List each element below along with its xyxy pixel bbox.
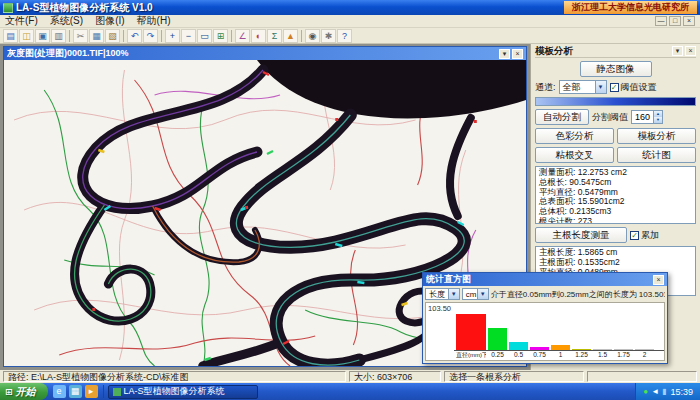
spinner-down-icon[interactable]: ▼	[654, 117, 662, 123]
status-image-size: 大小: 603×706	[349, 371, 441, 382]
chevron-down-icon[interactable]: ▼	[595, 81, 606, 93]
channel-label: 通道:	[535, 81, 556, 94]
measure-icon[interactable]: ∠	[235, 29, 250, 43]
histogram-bar	[456, 314, 486, 350]
new-icon[interactable]: ▤	[3, 29, 18, 43]
threshold-checkbox[interactable]: ✓ 阈值设置	[610, 81, 657, 94]
spinner-arrows[interactable]: ▲▼	[653, 111, 662, 123]
taskbar-app-label: LA-S型植物图像分析系统	[124, 385, 225, 398]
toolbar-separator	[301, 30, 302, 42]
status-bar: 路径: E:\LA-S型植物图像分析系统-CD\标准图 大小: 603×706 …	[0, 370, 700, 383]
antivirus-tray-icon[interactable]: ●	[643, 388, 648, 396]
histogram-plot: 103.50 直径(mm)下限0.250.50.7511.251.51.752	[425, 302, 665, 361]
save-icon[interactable]: ▣	[35, 29, 50, 43]
undo-icon[interactable]: ↶	[127, 29, 142, 43]
copy-icon[interactable]: ▦	[89, 29, 104, 43]
static-image-button[interactable]: 静态图像	[580, 61, 652, 77]
volume-tray-icon[interactable]: ◄	[651, 388, 659, 396]
root-cross-button[interactable]: 粘根交叉	[535, 147, 614, 163]
media-player-icon[interactable]: ▸	[85, 385, 98, 398]
app-icon	[113, 388, 121, 396]
chevron-down-icon[interactable]: ▼	[477, 289, 488, 299]
x-tick-label: 0.75	[530, 351, 549, 360]
open-icon[interactable]: ◫	[19, 29, 34, 43]
toolbar-separator	[69, 30, 70, 42]
x-axis-title: 直径(mm)下限	[456, 351, 486, 360]
fit-view-icon[interactable]: ▭	[197, 29, 212, 43]
mdi-restore-button[interactable]: □	[669, 16, 681, 26]
image-window-titlebar[interactable]: 灰度图(处理图)0001.TIF|100% ▾ ×	[4, 47, 526, 60]
threshold-gradient-slider[interactable]	[535, 97, 696, 106]
auto-segment-button[interactable]: 自动分割	[535, 109, 589, 125]
mdi-close-button[interactable]: ×	[683, 16, 695, 26]
histogram-window: 统计直方图 × 长度 ▼ cm ▼ 介于直径0.05mm到0.25mm之间的长度…	[422, 272, 668, 364]
toolbar-separator	[161, 30, 162, 42]
color-icon[interactable]: ◐	[251, 29, 266, 43]
taskbar-app-button[interactable]: LA-S型植物图像分析系统	[108, 385, 258, 399]
show-desktop-icon[interactable]: ▦	[69, 385, 82, 398]
main-root-measure-button[interactable]: 主根长度测量	[535, 227, 627, 243]
x-tick-label: 1.5	[593, 351, 612, 360]
chevron-down-icon[interactable]: ▼	[448, 289, 459, 299]
histogram-bars-area: 直径(mm)下限0.250.50.7511.251.51.752	[454, 303, 664, 360]
color-analysis-button[interactable]: 色彩分析	[535, 128, 614, 144]
menu-item[interactable]: 文件(F)	[5, 14, 38, 28]
histogram-close-button[interactable]: ×	[653, 275, 664, 285]
stat-chart-button[interactable]: 统计图	[617, 147, 696, 163]
unit-value: cm	[466, 290, 477, 299]
help-icon[interactable]: ?	[337, 29, 352, 43]
system-tray: ●◄▮ 15:39	[635, 383, 700, 400]
cut-icon[interactable]: ✂	[73, 29, 88, 43]
camera-icon[interactable]: ◉	[305, 29, 320, 43]
status-hint: 选择一条根系分析	[444, 371, 584, 382]
menu-item[interactable]: 图像(I)	[95, 14, 124, 28]
accumulate-checkbox[interactable]: ✓ 累加	[630, 229, 659, 242]
window-title: LA-S型植物图像分析系统 V1.0	[16, 1, 153, 15]
x-tick-label: 1	[551, 351, 570, 360]
chart-icon[interactable]: ▲	[283, 29, 298, 43]
histogram-bar	[572, 349, 591, 350]
histogram-info-text: 介于直径0.05mm到0.25mm之间的长度为 103.5016	[491, 289, 665, 300]
windows-flag-icon: ⊞	[5, 387, 13, 397]
menu-item[interactable]: 系统(S)	[50, 14, 83, 28]
menu-items: 文件(F)系统(S)图像(I)帮助(H)	[5, 14, 170, 28]
grid-icon[interactable]: ⊞	[213, 29, 228, 43]
ie-icon[interactable]: e	[53, 385, 66, 398]
histogram-bars	[454, 304, 664, 351]
histogram-bar	[593, 349, 612, 350]
zoom-out-icon[interactable]: −	[181, 29, 196, 43]
paste-icon[interactable]: ▧	[105, 29, 120, 43]
metric-value: 长度	[429, 289, 445, 300]
print-icon[interactable]: ▥	[51, 29, 66, 43]
clock[interactable]: 15:39	[670, 387, 693, 397]
institution-badge: 浙江理工大学信息光电研究所	[564, 1, 697, 14]
metric-select[interactable]: 长度 ▼	[425, 288, 460, 300]
panel-close-button[interactable]: ×	[685, 46, 696, 56]
image-window-minimize-button[interactable]: ▾	[499, 49, 510, 59]
histogram-x-axis: 直径(mm)下限0.250.50.7511.251.51.752	[454, 351, 664, 360]
zoom-in-icon[interactable]: +	[165, 29, 180, 43]
image-window-close-button[interactable]: ×	[512, 49, 523, 59]
tray-icons: ●◄▮	[643, 388, 666, 396]
mdi-minimize-button[interactable]: —	[655, 16, 667, 26]
template-analysis-button[interactable]: 模板分析	[617, 128, 696, 144]
histogram-titlebar[interactable]: 统计直方图 ×	[423, 273, 667, 286]
overall-results-box: 测量面积: 12.2753 cm2总根长: 90.5475cm平均直径: 0.5…	[535, 166, 696, 224]
start-label: 开始	[16, 385, 36, 399]
redo-icon[interactable]: ↷	[143, 29, 158, 43]
start-button[interactable]: ⊞ 开始	[0, 383, 48, 400]
taskbar: ⊞ 开始 e▦▸ LA-S型植物图像分析系统 ●◄▮ 15:39	[0, 383, 700, 400]
quick-launch-bar: e▦▸	[48, 385, 104, 398]
channel-value: 全部	[563, 81, 581, 94]
channel-select[interactable]: 全部 ▼	[559, 80, 607, 94]
menu-item[interactable]: 帮助(H)	[137, 14, 171, 28]
unit-select[interactable]: cm ▼	[462, 288, 489, 300]
toolbar-separator	[231, 30, 232, 42]
segment-threshold-spinner[interactable]: 160 ▲▼	[631, 110, 663, 124]
checkbox-check-icon: ✓	[610, 83, 619, 92]
panel-pin-button[interactable]: ▾	[672, 46, 683, 56]
mdi-window-controls: — □ ×	[655, 16, 695, 26]
settings-icon[interactable]: ✱	[321, 29, 336, 43]
analyze-icon[interactable]: Σ	[267, 29, 282, 43]
network-tray-icon[interactable]: ▮	[662, 388, 666, 396]
